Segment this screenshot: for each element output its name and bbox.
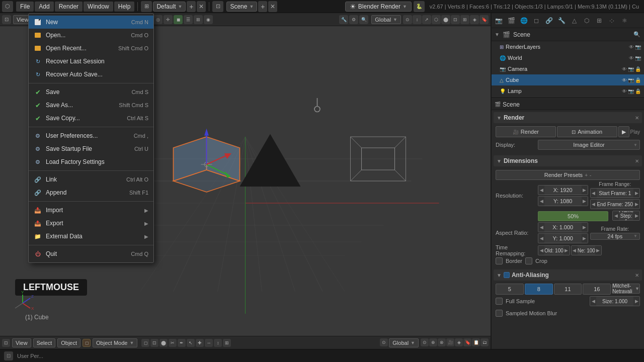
- viewport-type-icon[interactable]: ⊡: [2, 15, 11, 24]
- mitchell-dropdown[interactable]: Mitchell-Netravali ▼: [612, 284, 640, 294]
- vp-icon-18[interactable]: 🔖: [479, 15, 489, 24]
- footer-icon-3[interactable]: ⊗: [438, 338, 446, 346]
- vp-footer-icon[interactable]: ⊡: [2, 339, 10, 347]
- draw-icon-7[interactable]: ✚: [196, 339, 204, 347]
- cam-icon-lamp[interactable]: 📷: [628, 88, 634, 94]
- end-frame-right[interactable]: ▶: [633, 199, 639, 209]
- percentage-box[interactable]: 50%: [538, 211, 608, 221]
- status-icon[interactable]: ⊡: [4, 351, 13, 360]
- menu-item-recover-last[interactable]: ↻ Recover Last Session: [29, 55, 153, 68]
- res-x-field[interactable]: ◀ X: 1920 ▶: [538, 185, 588, 195]
- screen-icon[interactable]: ⊡: [212, 1, 223, 12]
- new-val-field[interactable]: ◀ Ne: 100 ▶: [571, 245, 602, 255]
- render-close-icon[interactable]: ✕: [635, 115, 639, 121]
- vp-footer-mode-selector[interactable]: Object Mode ▼: [93, 338, 137, 347]
- lock-icon-cube[interactable]: 🔒: [635, 77, 641, 83]
- menu-render[interactable]: Render: [55, 2, 83, 12]
- footer-icon-6[interactable]: 🔖: [463, 338, 471, 346]
- border-checkbox[interactable]: [496, 257, 503, 264]
- menu-item-link[interactable]: 🔗 Link Ctrl Alt O: [29, 173, 153, 186]
- magnet-icon[interactable]: ⊙: [380, 338, 388, 346]
- frame-step-right[interactable]: ▶: [633, 211, 639, 221]
- old-right[interactable]: ▶: [564, 245, 570, 255]
- vp-icon-11[interactable]: ↕: [413, 15, 422, 24]
- menu-item-open-recent[interactable]: Open Recent... Shift Cmd O: [29, 42, 153, 55]
- new-right[interactable]: ▶: [595, 245, 601, 255]
- render-section-header[interactable]: ▼ Render ✕: [494, 112, 642, 123]
- end-frame-field[interactable]: ◀ End Frame: 250 ▶: [590, 199, 640, 209]
- prop-icon-material[interactable]: ⬡: [581, 15, 593, 27]
- menu-item-user-prefs[interactable]: ⚙ User Preferences... Cmd ,: [29, 129, 153, 142]
- cam-icon-rl[interactable]: 📷: [635, 44, 641, 50]
- menu-item-external-data[interactable]: 📁 External Data ▶: [29, 230, 153, 243]
- eye-icon-rl[interactable]: 👁: [629, 44, 634, 50]
- scene-selector[interactable]: Scene ▼: [226, 2, 257, 12]
- render-button[interactable]: 🎥 Render: [496, 126, 556, 137]
- outliner-renderlayers[interactable]: ⊞ RenderLayers 👁 📷: [492, 41, 644, 52]
- vp-icon-10[interactable]: ⊙: [403, 15, 412, 24]
- res-x-left[interactable]: ◀: [538, 185, 544, 195]
- menu-item-save-startup[interactable]: ⚙ Save Startup File Ctrl U: [29, 142, 153, 155]
- menu-item-quit[interactable]: ⏻ Quit Cmd Q: [29, 247, 153, 260]
- footer-icon-5[interactable]: ◈: [455, 338, 463, 346]
- vp-footer-mode-icon[interactable]: ◻: [83, 339, 91, 347]
- aa-btn-5[interactable]: 5: [496, 284, 524, 295]
- prop-icon-data[interactable]: △: [568, 15, 580, 27]
- vp-icon-4[interactable]: ☰: [184, 15, 193, 24]
- render-presets-box[interactable]: Render Presets + -: [496, 170, 640, 180]
- eye-icon-lamp[interactable]: 👁: [622, 88, 627, 94]
- lock-icon-lamp[interactable]: 🔒: [635, 88, 641, 94]
- prop-icon-texture[interactable]: ⊞: [593, 15, 605, 27]
- vp-icon-8[interactable]: ⚙: [349, 15, 358, 24]
- draw-icon-1[interactable]: ◻: [141, 339, 149, 347]
- res-y-left[interactable]: ◀: [538, 196, 544, 206]
- menu-item-save-copy[interactable]: ✔ Save Copy... Ctrl Alt S: [29, 112, 153, 125]
- footer-icon-4[interactable]: 🎥: [446, 338, 454, 346]
- vp-icon-3[interactable]: ✛: [164, 15, 173, 24]
- smb-checkbox[interactable]: [496, 310, 503, 317]
- cam-icon-cube[interactable]: 📷: [628, 77, 634, 83]
- new-left[interactable]: ◀: [572, 245, 578, 255]
- render-engine-selector[interactable]: ☀ Blender Render ▼: [345, 2, 412, 12]
- aspect-y-right[interactable]: ▶: [582, 233, 588, 243]
- draw-icon-4[interactable]: ✂: [169, 339, 177, 347]
- old-left[interactable]: ◀: [538, 245, 544, 255]
- preset-add[interactable]: +: [187, 1, 196, 12]
- frame-rate-box[interactable]: 24 fps ▼: [590, 233, 640, 240]
- workspace-icon[interactable]: ⊞: [141, 1, 152, 12]
- aa-section-header[interactable]: ▼ Anti-Aliasing ✕: [494, 269, 642, 281]
- prop-icon-object[interactable]: ◻: [530, 15, 542, 27]
- full-sample-checkbox[interactable]: [496, 298, 503, 305]
- footer-icon-7[interactable]: 📋: [472, 338, 480, 346]
- prop-icon-particles[interactable]: ·:·: [606, 15, 618, 27]
- menu-add[interactable]: Add: [35, 2, 53, 12]
- cam-icon-camera[interactable]: 📷: [628, 66, 634, 72]
- vp-icon-14[interactable]: ⬤: [441, 15, 450, 24]
- cam-icon-world[interactable]: 📷: [635, 55, 641, 61]
- draw-icon-2[interactable]: ⊡: [150, 339, 158, 347]
- aspect-y-field[interactable]: ◀ Y: 1.000 ▶: [538, 233, 588, 243]
- blender-logo[interactable]: ⬡: [2, 1, 13, 12]
- display-value-box[interactable]: Image Editor ▼: [538, 140, 640, 150]
- draw-icon-5[interactable]: ✒: [178, 339, 186, 347]
- outliner-camera[interactable]: 📷 Camera 👁 📷 🔒: [492, 63, 644, 74]
- outliner-cube[interactable]: △ Cube 👁 📷 🔒: [492, 74, 644, 85]
- search-icon[interactable]: 🔍: [633, 31, 641, 39]
- res-y-right[interactable]: ▶: [582, 196, 588, 206]
- scene-close[interactable]: ✕: [268, 1, 277, 12]
- vp-icon-13[interactable]: ⬡: [432, 15, 441, 24]
- vp-icon-9[interactable]: 🔍: [359, 15, 368, 24]
- size-field[interactable]: ◀ Size: 1.000 ▶: [590, 296, 640, 306]
- crop-checkbox[interactable]: [525, 257, 532, 264]
- menu-help[interactable]: Help: [114, 2, 135, 12]
- vp-footer-view[interactable]: View: [12, 338, 31, 347]
- prop-icon-modifier[interactable]: 🔧: [555, 15, 568, 27]
- vp-icon-12[interactable]: ↗: [422, 15, 431, 24]
- python-icon[interactable]: 🐍: [414, 1, 425, 12]
- footer-icon-2[interactable]: ⊕: [429, 338, 437, 346]
- aspect-y-left[interactable]: ◀: [538, 233, 544, 243]
- vp-footer-object[interactable]: Object: [57, 338, 80, 347]
- aspect-x-left[interactable]: ◀: [538, 222, 544, 232]
- eye-icon-camera[interactable]: 👁: [622, 66, 627, 72]
- lock-icon-camera[interactable]: 🔒: [635, 66, 641, 72]
